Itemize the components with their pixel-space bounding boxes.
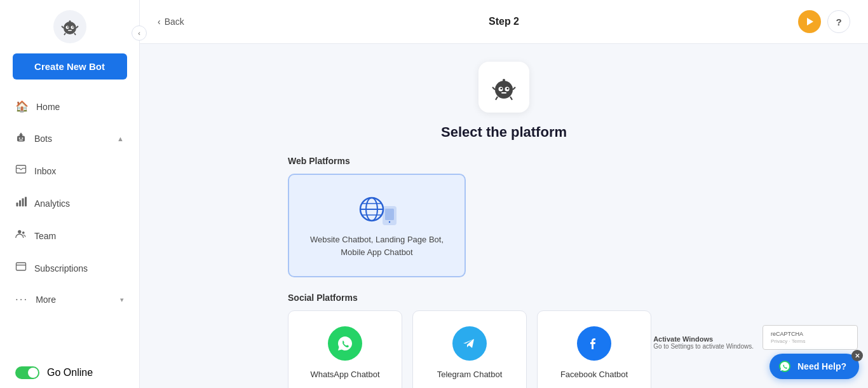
svg-rect-17 bbox=[19, 140, 23, 141]
svg-rect-25 bbox=[17, 263, 26, 270]
analytics-icon bbox=[15, 196, 27, 211]
web-platforms-label: Web Platforms bbox=[288, 156, 720, 166]
whatsapp-icon bbox=[328, 326, 362, 361]
sidebar-item-home[interactable]: 🏠 Home bbox=[0, 91, 139, 122]
back-button[interactable]: ‹ Back bbox=[158, 17, 184, 27]
go-online-label: Go Online bbox=[47, 367, 93, 378]
svg-marker-27 bbox=[807, 18, 813, 25]
bots-chevron-icon: ▲ bbox=[117, 135, 124, 142]
activate-sub: Go to Settings to activate Windows. bbox=[653, 343, 754, 350]
sidebar-item-team[interactable]: Team bbox=[0, 219, 139, 252]
facebook-label: Facebook Chatbot bbox=[560, 370, 628, 379]
app-logo bbox=[53, 10, 86, 43]
svg-rect-5 bbox=[68, 30, 72, 31]
svg-point-4 bbox=[72, 27, 73, 28]
social-platforms-label: Social Platforms bbox=[288, 293, 720, 303]
go-online-row: Go Online bbox=[0, 357, 139, 388]
bot-icon-wrap bbox=[478, 62, 529, 113]
recaptcha-widget: reCAPTCHA Privacy · Terms bbox=[763, 325, 858, 350]
telegram-label: Telegram Chatbot bbox=[437, 370, 503, 379]
back-label: Back bbox=[165, 17, 184, 27]
svg-point-23 bbox=[18, 230, 21, 233]
whatsapp-help-icon bbox=[778, 360, 791, 373]
sidebar-collapse-btn[interactable]: ‹ bbox=[132, 25, 147, 41]
svg-point-24 bbox=[22, 232, 25, 234]
svg-rect-18 bbox=[17, 165, 26, 173]
web-platform-card[interactable]: Website Chatbot, Landing Page Bot, Mobil… bbox=[288, 174, 466, 277]
svg-point-47 bbox=[389, 221, 390, 223]
back-chevron-icon: ‹ bbox=[158, 17, 161, 27]
svg-line-8 bbox=[62, 26, 64, 28]
svg-rect-13 bbox=[20, 134, 23, 137]
sidebar-item-team-label: Team bbox=[34, 231, 56, 241]
svg-point-15 bbox=[19, 137, 20, 139]
svg-line-38 bbox=[496, 97, 498, 100]
svg-rect-21 bbox=[22, 198, 24, 207]
help-button[interactable]: ? bbox=[827, 10, 850, 33]
telegram-card[interactable]: Telegram Chatbot bbox=[412, 310, 527, 388]
sidebar-item-analytics[interactable]: Analytics bbox=[0, 187, 139, 219]
sidebar-item-more-label: More bbox=[36, 294, 56, 305]
web-platform-icon bbox=[354, 193, 400, 226]
svg-line-39 bbox=[510, 97, 512, 100]
bot-logo-icon bbox=[489, 72, 519, 102]
subscriptions-icon bbox=[15, 261, 27, 275]
svg-point-35 bbox=[503, 79, 505, 81]
sidebar-item-bots[interactable]: Bots ▲ bbox=[0, 122, 139, 155]
svg-rect-22 bbox=[25, 197, 27, 207]
sidebar-item-inbox-label: Inbox bbox=[34, 166, 56, 176]
web-card-text: Website Chatbot, Landing Page Bot, Mobil… bbox=[310, 233, 444, 258]
question-mark-icon: ? bbox=[836, 17, 841, 27]
platform-select-content: Select the platform Web Platforms bbox=[140, 44, 868, 388]
svg-rect-46 bbox=[385, 209, 394, 220]
sidebar-item-analytics-label: Analytics bbox=[34, 198, 70, 209]
svg-point-3 bbox=[67, 27, 68, 28]
create-new-bot-button[interactable]: Create New Bot bbox=[13, 53, 127, 80]
go-online-toggle[interactable] bbox=[15, 366, 39, 379]
topbar: ‹ Back Step 2 ? bbox=[140, 0, 868, 44]
bots-icon bbox=[15, 131, 27, 146]
svg-rect-12 bbox=[17, 136, 25, 142]
sidebar-item-subscriptions-label: Subscriptions bbox=[34, 263, 88, 274]
svg-rect-20 bbox=[19, 200, 21, 207]
sidebar-item-inbox[interactable]: Inbox bbox=[0, 155, 139, 187]
platforms-container: Web Platforms bbox=[288, 156, 720, 388]
topbar-actions: ? bbox=[798, 10, 850, 33]
svg-line-37 bbox=[513, 87, 515, 90]
svg-rect-19 bbox=[17, 203, 18, 207]
need-help-widget[interactable]: ✕ Need Help? bbox=[770, 354, 859, 379]
inbox-icon bbox=[15, 163, 27, 178]
telegram-icon bbox=[452, 326, 487, 361]
page-title: Select the platform bbox=[441, 124, 567, 141]
svg-line-9 bbox=[76, 26, 78, 28]
activate-title: Activate Windows bbox=[653, 335, 754, 343]
sidebar-item-more[interactable]: ··· More ▾ bbox=[0, 284, 139, 315]
facebook-card[interactable]: Facebook Chatbot bbox=[537, 310, 651, 388]
svg-point-31 bbox=[500, 88, 502, 90]
svg-line-10 bbox=[64, 33, 65, 35]
whatsapp-label: WhatsApp Chatbot bbox=[310, 370, 379, 379]
team-icon bbox=[15, 228, 27, 243]
svg-rect-33 bbox=[501, 92, 506, 94]
svg-line-11 bbox=[74, 33, 76, 35]
step-label: Step 2 bbox=[489, 16, 519, 27]
sidebar-nav: 🏠 Home Bots ▲ Inbox Analytics T bbox=[0, 91, 139, 315]
facebook-icon bbox=[577, 326, 611, 361]
svg-point-14 bbox=[20, 133, 22, 134]
svg-point-28 bbox=[495, 81, 513, 99]
play-button[interactable] bbox=[798, 10, 821, 33]
whatsapp-card[interactable]: WhatsApp Chatbot bbox=[288, 310, 402, 388]
activate-windows-bar: Activate Windows Go to Settings to activ… bbox=[653, 335, 754, 350]
svg-point-32 bbox=[506, 88, 508, 90]
more-icon: ··· bbox=[15, 293, 28, 306]
svg-point-0 bbox=[64, 22, 76, 34]
sidebar-item-home-label: Home bbox=[36, 102, 60, 112]
sidebar-item-subscriptions[interactable]: Subscriptions bbox=[0, 252, 139, 284]
sidebar-item-bots-label: Bots bbox=[34, 134, 52, 144]
need-help-close-btn[interactable]: ✕ bbox=[851, 350, 863, 361]
svg-line-36 bbox=[492, 87, 495, 90]
more-chevron-icon: ▾ bbox=[120, 296, 124, 304]
svg-point-16 bbox=[22, 137, 23, 139]
svg-point-7 bbox=[69, 20, 71, 22]
web-platforms-section: Web Platforms bbox=[288, 156, 720, 277]
